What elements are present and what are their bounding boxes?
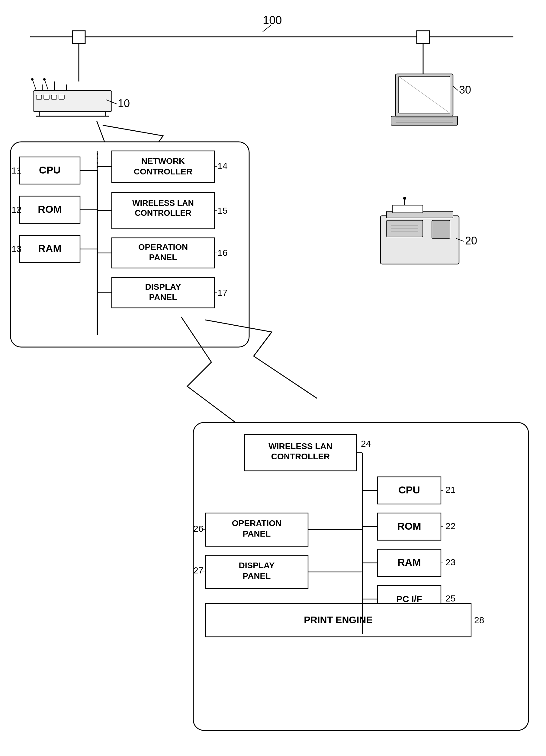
ref-27: 27: [193, 565, 203, 575]
svg-line-12: [45, 80, 48, 91]
svg-rect-15: [44, 95, 49, 99]
svg-rect-17: [59, 95, 64, 99]
svg-line-10: [33, 80, 36, 91]
box10-ram-label: RAM: [38, 243, 61, 254]
main-svg: 100 10: [0, 0, 546, 756]
svg-point-31: [403, 197, 406, 200]
svg-text:PANEL: PANEL: [149, 253, 177, 262]
svg-rect-14: [36, 95, 42, 99]
box20-wlan-ctrl-label: WIRELESS LAN: [268, 442, 333, 451]
box20-ram-label: RAM: [398, 557, 421, 568]
svg-line-29: [453, 86, 458, 91]
box10-wlan-ctrl-label: WIRELESS LAN: [132, 199, 194, 208]
box10-network-ctrl-label: NETWORK: [141, 156, 185, 166]
ref-17: 17: [217, 288, 227, 298]
ref-16: 16: [217, 248, 227, 258]
ref-21: 21: [445, 485, 455, 495]
svg-rect-6: [33, 91, 112, 112]
ref-15: 15: [217, 206, 227, 215]
box10-op-panel-label: OPERATION: [138, 242, 188, 252]
svg-rect-34: [393, 205, 423, 213]
ref-12: 12: [11, 205, 21, 215]
box20-cpu-label: CPU: [398, 484, 420, 496]
ref-24: 24: [361, 439, 371, 448]
svg-point-11: [31, 78, 34, 81]
svg-text:PANEL: PANEL: [243, 529, 271, 538]
svg-rect-16: [51, 95, 57, 99]
svg-text:CONTROLLER: CONTROLLER: [271, 452, 330, 461]
svg-rect-2: [417, 31, 430, 43]
box20-pcif-label: PC I/F: [396, 594, 422, 604]
ref-23: 23: [445, 557, 455, 567]
svg-text:PANEL: PANEL: [243, 571, 271, 581]
label-10: 10: [118, 97, 130, 110]
box20-disp-panel-label: DISPLAY: [239, 561, 275, 570]
box20-op-panel-label: OPERATION: [232, 518, 282, 528]
box10-disp-panel-label: DISPLAY: [145, 282, 181, 292]
svg-point-13: [43, 78, 46, 81]
label-30: 30: [459, 84, 471, 96]
svg-text:CONTROLLER: CONTROLLER: [134, 167, 192, 176]
box10-cpu-label: CPU: [39, 164, 61, 176]
svg-rect-1: [72, 31, 85, 43]
ref-11: 11: [11, 165, 21, 175]
svg-rect-39: [432, 220, 450, 238]
box10-rom-label: ROM: [38, 203, 62, 215]
ref-14: 14: [217, 161, 227, 171]
label-100: 100: [263, 14, 282, 27]
ref-26: 26: [193, 524, 203, 534]
diagram-container: 100 10: [0, 0, 546, 756]
ref-22: 22: [445, 521, 455, 531]
svg-text:PANEL: PANEL: [149, 292, 177, 302]
label-20: 20: [465, 234, 477, 247]
ref-13: 13: [11, 244, 21, 254]
box20-rom-label: ROM: [397, 520, 421, 532]
svg-text:CONTROLLER: CONTROLLER: [135, 209, 191, 218]
ref-28: 28: [474, 615, 484, 625]
ref-25: 25: [445, 593, 455, 603]
